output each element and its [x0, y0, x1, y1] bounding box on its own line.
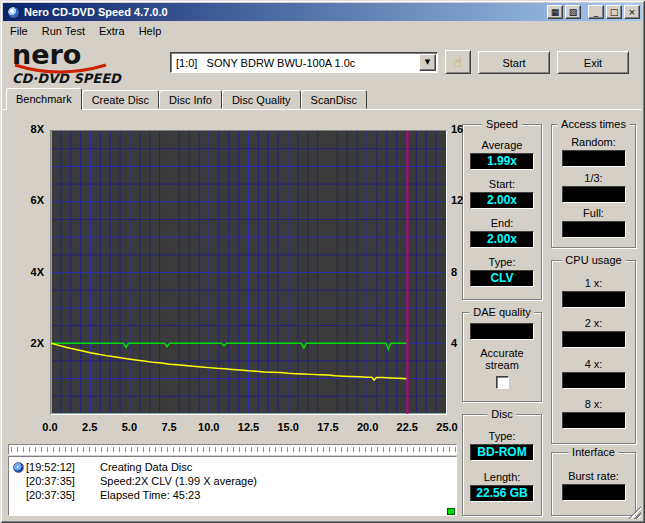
shortcut-grid-button[interactable]: ▦: [547, 5, 563, 19]
cpu-usage-field-value: [562, 372, 626, 389]
app-window: Nero CD-DVD Speed 4.7.0.0 ▦▨_□× FileRun …: [0, 0, 645, 523]
cpu-usage-field: 4 x:: [562, 358, 626, 389]
interface-panel-title: Interface: [568, 446, 619, 458]
x-axis-tick: 10.0: [194, 421, 224, 433]
cpu-usage-field-value: [562, 412, 626, 429]
disc-panel-title: Disc: [487, 408, 516, 420]
tab-scandisc[interactable]: ScanDisc: [301, 90, 367, 109]
log-entry-text: Speed:2X CLV (1.99 X average): [86, 475, 257, 487]
x-axis-tick: 2.5: [75, 421, 105, 433]
cpu-usage-panel: CPU usage 1 x:2 x:4 x:8 x:: [551, 260, 636, 444]
speed-field-label: End:: [491, 217, 514, 229]
disc-field: Length:22.56 GB: [470, 471, 534, 502]
tab-create-disc[interactable]: Create Disc: [82, 90, 159, 109]
log-entry-spacer: [13, 476, 26, 487]
interface-field: Burst rate:: [562, 470, 626, 501]
menu-item-extra[interactable]: Extra: [92, 22, 132, 40]
y-axis-left-tick: 8X: [10, 123, 44, 135]
interface-field-label: Burst rate:: [568, 470, 619, 482]
x-axis-tick: 12.5: [234, 421, 264, 433]
y-axis-right-tick: 12: [451, 194, 463, 206]
access-times-panel: Access times Random:1/3:Full:: [551, 124, 636, 248]
drive-selector[interactable]: [1:0] SONY BDRW BWU-100A 1.0c ▼: [170, 52, 438, 73]
access-times-field-label: Full:: [583, 207, 604, 219]
access-times-field-label: Random:: [571, 136, 616, 148]
x-axis-tick: 15.0: [273, 421, 303, 433]
accurate-stream-checkbox[interactable]: [496, 376, 509, 389]
y-axis-left-tick: 6X: [10, 194, 44, 206]
log-entry: [20:37:35]Speed:2X CLV (1.99 X average): [13, 474, 452, 488]
speed-panel-title: Speed: [482, 118, 522, 130]
disc-field-label: Type:: [489, 430, 516, 442]
y-axis-right-tick: 16: [451, 123, 463, 135]
access-times-field-value: [562, 150, 626, 167]
access-times-field: 1/3:: [562, 172, 626, 203]
accurate-stream-label: Accurate stream: [473, 347, 531, 371]
tab-disc-quality[interactable]: Disc Quality: [222, 90, 301, 109]
progress-bar: [8, 444, 457, 455]
exit-button[interactable]: Exit: [557, 51, 629, 74]
interface-field-value: [562, 484, 626, 501]
window-title: Nero CD-DVD Speed 4.7.0.0: [24, 6, 545, 18]
app-icon[interactable]: [7, 6, 20, 19]
hand-button[interactable]: ☝: [445, 50, 471, 74]
cpu-usage-field: 2 x:: [562, 317, 626, 348]
status-log: [19:52:12]Creating Data Disc[20:37:35]Sp…: [8, 456, 457, 516]
nero-logo: nero CD·DVD SPEED: [12, 42, 167, 86]
y-axis-left-tick: 4X: [10, 266, 44, 278]
cpu-usage-field-label: 1 x:: [585, 277, 603, 289]
log-entry-text: Elapsed Time: 45:23: [86, 489, 200, 501]
speed-field-label: Average: [482, 139, 523, 151]
cpu-usage-field: 8 x:: [562, 398, 626, 429]
access-times-panel-fields: Random:1/3:Full:: [552, 131, 635, 243]
cpu-usage-field-value: [562, 291, 626, 308]
chart-canvas: [51, 131, 446, 414]
chevron-down-icon[interactable]: ▼: [419, 54, 436, 71]
minimize-button[interactable]: _: [588, 5, 604, 19]
speed-field-label: Start:: [489, 178, 515, 190]
menu-item-help[interactable]: Help: [132, 22, 169, 40]
access-times-field: Full:: [562, 207, 626, 238]
log-entry: [20:37:35]Elapsed Time: 45:23: [13, 488, 452, 502]
start-button[interactable]: Start: [478, 51, 550, 74]
access-times-field-label: 1/3:: [584, 172, 602, 184]
x-axis-tick: 0.0: [35, 421, 65, 433]
access-times-field: Random:: [562, 136, 626, 167]
tab-disc-info[interactable]: Disc Info: [159, 90, 222, 109]
disc-field-value: 22.56 GB: [470, 485, 534, 502]
titlebar-buttons: ▦▨_□×: [545, 5, 640, 19]
cpu-usage-field-label: 2 x:: [585, 317, 603, 329]
cpu-usage-field-label: 8 x:: [585, 398, 603, 410]
x-axis-tick: 17.5: [313, 421, 343, 433]
shortcut-panel-button[interactable]: ▨: [565, 5, 581, 19]
log-entry-time: [20:37:35]: [26, 475, 86, 487]
log-entry-time: [20:37:35]: [26, 489, 86, 501]
speed-field-label: Type:: [489, 256, 516, 268]
x-axis-tick: 5.0: [114, 421, 144, 433]
disc-field-label: Length:: [484, 471, 521, 483]
menu-item-file[interactable]: File: [3, 22, 35, 40]
titlebar: Nero CD-DVD Speed 4.7.0.0 ▦▨_□×: [3, 3, 642, 21]
disc-write-icon: [13, 462, 24, 473]
nero-logo-swoosh-icon: [13, 62, 109, 76]
cpu-usage-panel-fields: 1 x:2 x:4 x:8 x:: [552, 267, 635, 439]
y-axis-right-tick: 4: [451, 337, 457, 349]
x-axis-tick: 7.5: [154, 421, 184, 433]
activity-led: [447, 508, 455, 515]
x-axis-tick: 25.0: [432, 421, 462, 433]
tab-benchmark[interactable]: Benchmark: [6, 88, 82, 110]
interface-panel-fields: Burst rate:: [552, 459, 635, 511]
access-times-field-value: [562, 186, 626, 203]
log-entry-time: [19:52:12]: [26, 461, 86, 473]
tab-bar: BenchmarkCreate DiscDisc InfoDisc Qualit…: [6, 88, 367, 110]
cpu-usage-field-value: [562, 331, 626, 348]
close-button[interactable]: ×: [624, 5, 640, 19]
log-entry: [19:52:12]Creating Data Disc: [13, 460, 452, 474]
y-axis-left-tick: 2X: [10, 337, 44, 349]
maximize-button[interactable]: □: [606, 5, 622, 19]
menu-item-run-test[interactable]: Run Test: [35, 22, 92, 40]
log-entry-spacer: [13, 490, 26, 501]
disc-field-value: BD-ROM: [470, 444, 534, 461]
cpu-usage-field-label: 4 x:: [585, 358, 603, 370]
status-log-lines: [19:52:12]Creating Data Disc[20:37:35]Sp…: [13, 460, 452, 502]
